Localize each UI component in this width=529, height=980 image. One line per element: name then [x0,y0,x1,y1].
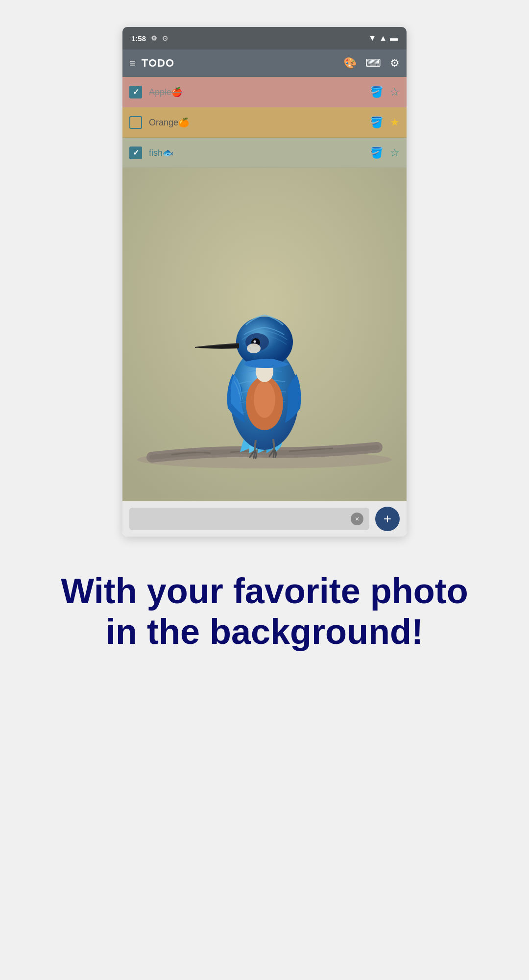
status-right: ▼ ▲ ▬ [368,34,398,43]
signal-icon: ▲ [379,34,387,43]
battery-icon: ▬ [390,34,398,43]
checkbox-apple[interactable] [129,86,142,98]
todo-item-orange: Orange🍊 🪣 ★ [122,107,407,138]
app-title: TODO [142,57,337,70]
todo-label-orange: Orange🍊 [149,117,370,128]
todo-label-apple: Apple🍎 [149,87,370,98]
item-actions-apple: 🪣 ☆ [370,86,400,98]
settings-status-icon: ⚙ [151,34,157,42]
svg-line-13 [273,439,274,449]
status-time: 1:58 [131,34,146,43]
input-wrapper: × [129,508,369,530]
clear-button[interactable]: × [351,513,363,525]
status-left: 1:58 ⚙ ⊙ [131,34,168,43]
todo-item-fish: fish🐟 🪣 ☆ [122,138,407,168]
status-bar: 1:58 ⚙ ⊙ ▼ ▲ ▬ [122,27,407,49]
checkbox-orange[interactable] [129,116,142,129]
top-bar: ≡ TODO 🎨 ⌨ ⚙ [122,49,407,77]
todo-input[interactable] [135,514,351,524]
bottom-bar: × + [122,501,407,537]
paint-icon-fish[interactable]: 🪣 [370,147,383,159]
wifi-icon: ▼ [368,34,376,43]
paint-icon-orange[interactable]: 🪣 [370,116,383,129]
at-sign-status-icon: ⊙ [162,34,168,42]
todo-label-fish: fish🐟 [149,147,370,158]
svg-point-11 [247,343,261,353]
item-actions-orange: 🪣 ★ [370,116,400,129]
top-bar-icons: 🎨 ⌨ ⚙ [343,57,400,70]
star-icon-apple[interactable]: ☆ [390,86,400,98]
star-icon-fish[interactable]: ☆ [390,147,400,159]
promo-text: With your favorite photo in the backgrou… [61,571,468,652]
menu-icon[interactable]: ≡ [129,57,136,70]
item-actions-fish: 🪣 ☆ [370,147,400,159]
svg-point-10 [254,341,256,343]
add-button[interactable]: + [375,507,400,531]
phone-container: 1:58 ⚙ ⊙ ▼ ▲ ▬ ≡ TODO 🎨 ⌨ ⚙ Apple🍎 🪣 ☆ O… [122,27,407,537]
todo-item-apple: Apple🍎 🪣 ☆ [122,77,407,107]
bird-illustration [122,168,407,501]
palette-icon[interactable]: 🎨 [343,57,357,70]
checkbox-fish[interactable] [129,147,142,159]
bird-background-area [122,168,407,501]
svg-point-4 [254,381,275,418]
keyboard-icon[interactable]: ⌨ [365,57,381,70]
svg-line-12 [255,440,256,450]
settings-icon[interactable]: ⚙ [390,57,400,70]
paint-icon-apple[interactable]: 🪣 [370,86,383,98]
promo-section: With your favorite photo in the backgrou… [31,571,497,652]
star-icon-orange[interactable]: ★ [390,116,400,129]
